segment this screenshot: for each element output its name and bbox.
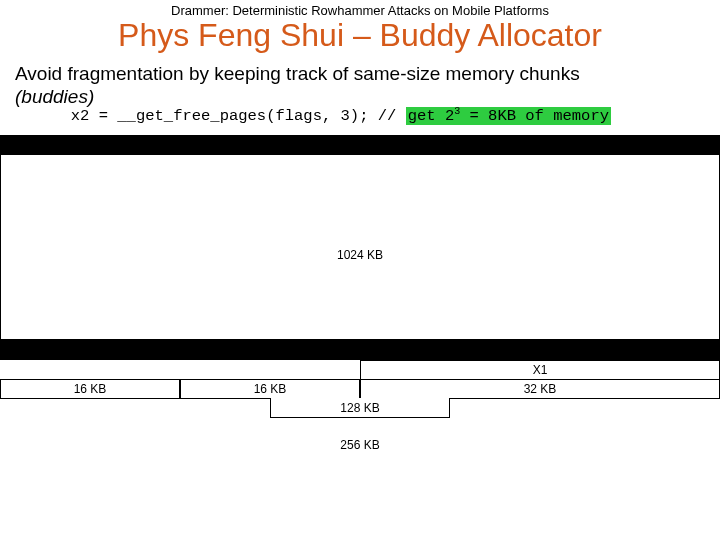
dark-zone-top: [0, 135, 720, 155]
block-32: 32 KB: [360, 379, 720, 399]
label-x1: X1: [533, 364, 548, 376]
dark-zone-mid: [0, 340, 720, 360]
slide-title: Phys Feng Shui – Buddy Allocator: [0, 18, 720, 59]
label-1024: 1024 KB: [337, 249, 383, 261]
block-16-b: 16 KB: [180, 379, 360, 399]
block-1024: 1024 KB: [300, 245, 420, 265]
block-x1: X1: [360, 360, 720, 380]
slide-header: Drammer: Deterministic Rowhammer Attacks…: [0, 0, 720, 18]
label-128: 128 KB: [340, 402, 379, 414]
code-pre: x2 = __get_free_pages(flags, 3); //: [71, 107, 406, 125]
label-16-a: 16 KB: [74, 383, 107, 395]
code-hl-b: = 8KB of memory: [460, 107, 609, 125]
block-256: 256 KB: [270, 435, 450, 455]
slide: Drammer: Deterministic Rowhammer Attacks…: [0, 0, 720, 540]
label-16-b: 16 KB: [254, 383, 287, 395]
label-32: 32 KB: [524, 383, 557, 395]
block-16-a: 16 KB: [0, 379, 180, 399]
code-hl-a: get 2: [408, 107, 455, 125]
block-128: 128 KB: [270, 398, 450, 418]
code-highlight: get 23 = 8KB of memory: [406, 107, 611, 125]
label-256: 256 KB: [340, 439, 379, 451]
body-overlap-line: (buddies) x2 = __get_free_pages(flags, 3…: [15, 86, 705, 114]
body-line-1: Avoid fragmentation by keeping track of …: [0, 59, 720, 86]
